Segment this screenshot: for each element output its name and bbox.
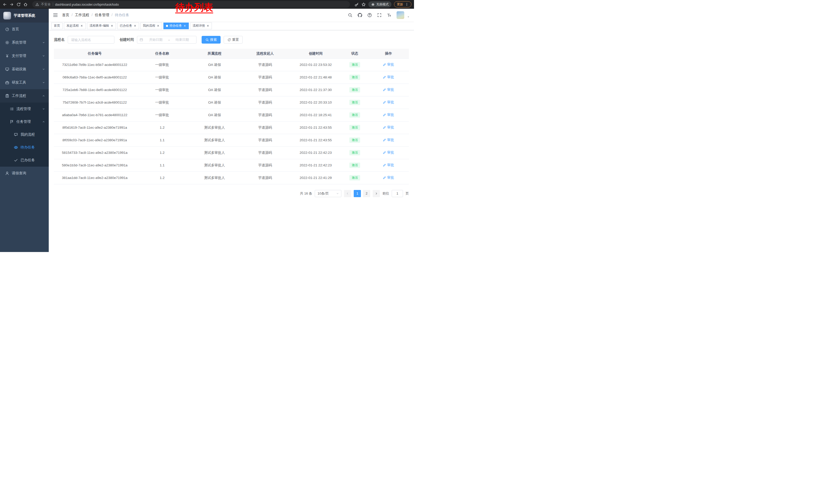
approve-link[interactable]: 审批 — [383, 150, 394, 155]
tab-process-detail[interactable]: 流程详情 — [190, 22, 212, 29]
process-name-input[interactable] — [68, 36, 114, 44]
page-size-select[interactable]: 10条/页 — [315, 190, 341, 197]
page-button-1[interactable]: 1 — [354, 190, 361, 197]
sidebar-item-devtools[interactable]: 研发工具 — [0, 76, 49, 89]
cell-create-time: 2022-01-21 22:42:23 — [290, 159, 341, 172]
page-buttons: 1 2 — [354, 190, 370, 197]
status-badge: 激活 — [349, 75, 360, 80]
cell-process: 测试多审批人 — [189, 146, 240, 159]
sidebar-item-payment[interactable]: 支付管理 — [0, 49, 49, 62]
cell-create-time: 2022-01-21 22:43:55 — [290, 121, 341, 134]
github-icon[interactable] — [358, 13, 362, 17]
sidebar-item-task-management[interactable]: 任务管理 — [0, 116, 49, 128]
sidebar-item-process-management[interactable]: 流程管理 — [0, 102, 49, 116]
done-icon — [14, 158, 18, 162]
tab-start-process[interactable]: 发起流程 — [64, 22, 86, 29]
next-page-button[interactable] — [373, 190, 380, 197]
tab-close-icon[interactable] — [183, 25, 186, 27]
help-icon[interactable] — [367, 13, 372, 17]
sidebar-item-label: 研发工具 — [12, 80, 40, 85]
active-dot — [166, 25, 168, 27]
cell-task-name: 一级审批 — [135, 84, 189, 96]
cell-process: 测试多审批人 — [189, 172, 240, 184]
avatar[interactable] — [397, 11, 404, 19]
status-badge: 激活 — [349, 112, 360, 118]
approve-link[interactable]: 审批 — [383, 125, 394, 130]
app-window: 芋道管理系统 首页 系统管理 支付管理 — [0, 9, 414, 252]
forward-icon[interactable] — [9, 2, 14, 7]
tab-my-process[interactable]: 我的流程 — [140, 22, 162, 29]
status-badge: 激活 — [349, 150, 360, 155]
home-icon[interactable] — [23, 2, 28, 7]
page-button-2[interactable]: 2 — [363, 190, 370, 197]
sidebar-item-system[interactable]: 系统管理 — [0, 36, 49, 49]
tab-todo-tasks[interactable]: 待办任务 — [163, 22, 189, 29]
sidebar-item-leave-query[interactable]: 请假查询 — [0, 167, 49, 180]
warning-icon — [35, 3, 39, 6]
tab-close-icon[interactable] — [206, 25, 209, 27]
app-title: 芋道管理系统 — [13, 13, 35, 18]
tab-label: 发起流程 — [67, 24, 79, 28]
dashboard-icon — [5, 27, 9, 31]
start-date-placeholder: 开始日期 — [144, 37, 167, 42]
breadcrumb-todo-tasks[interactable]: 待办任务 — [115, 13, 129, 17]
goto-page-input[interactable] — [392, 190, 403, 197]
tab-home[interactable]: 首页 — [51, 22, 63, 29]
star-icon[interactable] — [362, 2, 366, 7]
sidebar-item-done-tasks[interactable]: 已办任务 — [0, 154, 49, 167]
tab-close-icon[interactable] — [134, 25, 136, 27]
date-range-picker[interactable]: 开始日期 - 结束日期 — [137, 36, 197, 44]
sidebar-item-home[interactable]: 首页 — [0, 22, 49, 36]
sidebar-item-infrastructure[interactable]: 基础设施 — [0, 62, 49, 76]
cell-process: OA 请假 — [189, 58, 240, 71]
key-icon[interactable] — [355, 2, 359, 7]
tab-close-icon[interactable] — [80, 25, 83, 27]
prev-page-button[interactable] — [344, 190, 351, 197]
back-icon[interactable] — [3, 2, 7, 7]
cell-task-id: 58154733-7ac8-11ec-a9e2-a2380e71991a — [54, 146, 135, 159]
tab-close-icon[interactable] — [157, 25, 160, 27]
tab-form-edit[interactable]: 流程表单-编辑 — [87, 22, 116, 29]
approve-link[interactable]: 审批 — [383, 87, 394, 92]
approve-link[interactable]: 审批 — [383, 138, 394, 142]
app-logo: 芋道管理系统 — [0, 9, 49, 22]
reset-button[interactable]: 重置 — [224, 36, 243, 44]
task-table: 任务编号 任务名称 所属流程 流程发起人 创建时间 状态 操作 — [54, 49, 409, 184]
cell-status: 激活 — [341, 159, 368, 172]
gear-icon — [5, 41, 9, 45]
breadcrumb-home[interactable]: 首页 — [62, 13, 75, 17]
address-bar[interactable]: 不安全 dashboard.yudao.iocoder.cn/bpm/task/… — [32, 1, 350, 8]
create-time-label: 创建时间 — [120, 37, 134, 42]
collapse-sidebar-icon[interactable] — [53, 12, 58, 18]
approve-link[interactable]: 审批 — [383, 175, 394, 180]
search-button[interactable]: 搜索 — [202, 36, 220, 44]
approve-link[interactable]: 审批 — [383, 112, 394, 117]
font-size-icon[interactable] — [387, 13, 391, 17]
main-area: 首页 工作流程 任务管理 待办任务 — [49, 9, 414, 252]
menu-dots-icon[interactable] — [405, 3, 409, 6]
search-icon[interactable] — [348, 13, 353, 17]
tab-label: 首页 — [54, 24, 60, 28]
breadcrumb-workflow[interactable]: 工作流程 — [75, 13, 95, 17]
approve-link[interactable]: 审批 — [383, 163, 394, 168]
reload-icon[interactable] — [16, 2, 21, 7]
breadcrumb-task-management[interactable]: 任务管理 — [95, 13, 115, 17]
goto-label: 前往 — [382, 191, 389, 196]
approve-link[interactable]: 审批 — [383, 62, 394, 67]
caret-down-icon[interactable] — [407, 15, 410, 18]
tab-done-tasks[interactable]: 已办任务 — [117, 22, 139, 29]
sidebar-item-workflow[interactable]: 工作流程 — [0, 89, 49, 102]
sidebar-item-todo-tasks[interactable]: 待办任务 — [0, 141, 49, 154]
approve-link[interactable]: 审批 — [383, 100, 394, 104]
approve-link[interactable]: 审批 — [383, 75, 394, 80]
cell-task-id: 725a1eb6-7b88-11ec-8ef0-acde48001122 — [54, 84, 135, 96]
sidebar-item-my-process[interactable]: 我的流程 — [0, 128, 49, 141]
fullscreen-icon[interactable] — [377, 13, 382, 17]
table-row: 73211d9d-7b9b-11ec-b5b7-acde48001122 一级审… — [54, 58, 409, 71]
approve-link-label: 审批 — [387, 163, 394, 168]
table-row: 381aa1dd-7ac8-11ec-a9e2-a2380e71991a 1.2… — [54, 172, 409, 184]
process-list-icon — [10, 107, 14, 111]
update-button[interactable]: 更新 — [394, 1, 411, 7]
tab-close-icon[interactable] — [111, 25, 113, 27]
cell-create-time: 2022-01-21 22:43:55 — [290, 134, 341, 146]
